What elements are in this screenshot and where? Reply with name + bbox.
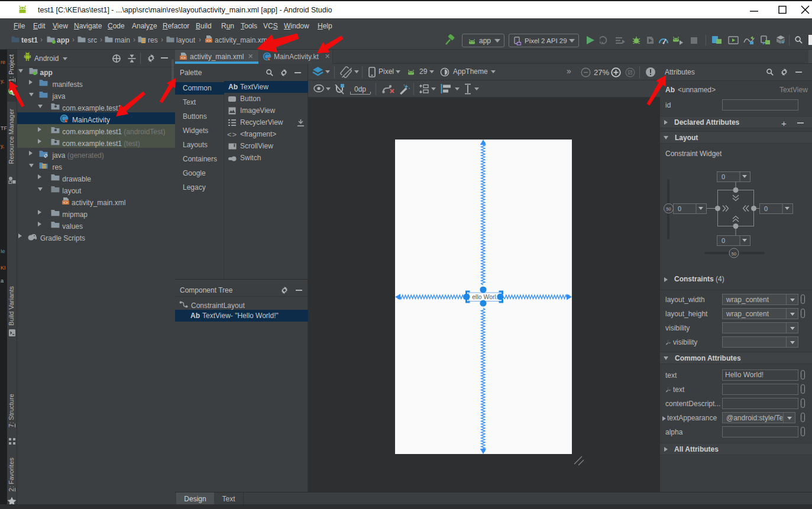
svg-text:0: 0	[764, 205, 768, 212]
svg-text:50: 50	[666, 206, 671, 212]
svg-text:0: 0	[722, 173, 725, 180]
svg-text:0: 0	[722, 237, 725, 244]
svg-text:0: 0	[678, 205, 681, 212]
svg-text:50: 50	[732, 251, 736, 257]
svg-text:ello Worl.: ello Worl.	[472, 293, 498, 300]
